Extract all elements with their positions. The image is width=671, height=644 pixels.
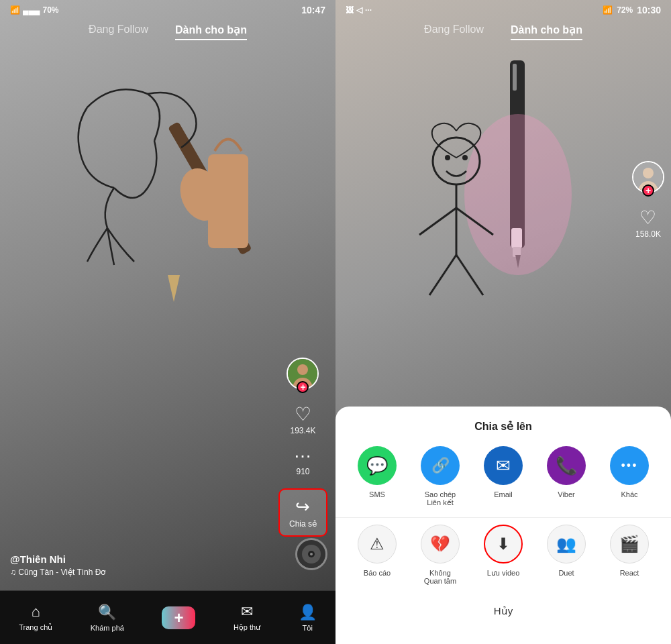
cancel-button[interactable]: Hủy — [336, 598, 671, 624]
heart-icon-left: ♡ — [295, 405, 311, 424]
report-icon: ⚠ — [358, 525, 397, 564]
svg-point-5 — [297, 364, 308, 375]
time-left: 10:47 — [301, 5, 325, 15]
comment-icon-left: ⋯ — [294, 447, 311, 465]
share-duet[interactable]: 👥 Duet — [539, 525, 593, 585]
status-right-info: 📶 72% 10:30 — [603, 5, 661, 15]
comment-action-left[interactable]: ⋯ 910 — [294, 447, 311, 476]
share-viber[interactable]: 📞 Viber — [539, 446, 593, 507]
heart-icon-right: ♡ — [639, 209, 656, 227]
status-left-info: 📶 ▄▄▄ 70% — [10, 5, 59, 15]
right-panel: 🖼 ◁ ··· 📶 72% 10:30 Đang Follow Dành cho… — [336, 0, 671, 644]
home-icon: ⌂ — [32, 603, 40, 621]
svg-line-23 — [456, 255, 483, 295]
share-report[interactable]: ⚠ Báo cáo — [350, 525, 404, 585]
viber-label: Viber — [558, 490, 574, 498]
avatar-wrapper-left: + — [287, 358, 319, 390]
dots-icon-right: ··· — [365, 5, 372, 15]
svg-point-15 — [464, 114, 572, 275]
share-sms[interactable]: 💬 SMS — [350, 446, 404, 507]
nav-profile-label: Tôi — [303, 624, 313, 632]
not-interested-icon: 💔 — [421, 525, 460, 564]
copy-link-icon: 🔗 — [421, 446, 460, 485]
nav-explore[interactable]: 🔍 Khám phá — [91, 604, 124, 632]
sms-icon: 💬 — [358, 446, 397, 485]
tab-following-right[interactable]: Đang Follow — [424, 23, 484, 40]
report-label: Báo cáo — [364, 569, 391, 577]
status-bar-right: 🖼 ◁ ··· 📶 72% 10:30 — [336, 0, 671, 20]
svg-point-17 — [445, 155, 450, 160]
divider — [336, 517, 671, 518]
nav-profile[interactable]: 👤 Tôi — [299, 604, 317, 632]
share-modal: Chia sẻ lên 💬 SMS 🔗 Sao chépLiên kết ✉ E… — [336, 407, 671, 644]
save-video-icon: ⬇ — [484, 525, 523, 564]
bottom-info-left: @Thiên Nhi ♫ Cũng Tàn - Việt Tình Đơ — [10, 553, 105, 577]
viber-icon: 📞 — [547, 446, 586, 485]
svg-marker-1 — [168, 275, 180, 302]
nav-inbox-label: Hộp thư — [234, 623, 260, 632]
svg-rect-11 — [513, 64, 517, 91]
follow-plus-badge-right[interactable]: + — [642, 184, 654, 197]
bottom-nav-left: ⌂ Trang chủ 🔍 Khám phá + ✉ Hộp thư 👤 Tôi — [0, 590, 336, 644]
svg-point-18 — [462, 155, 468, 160]
share-action-left[interactable]: ↪ Chia sẻ — [278, 488, 327, 537]
share-icon-left: ↪ — [295, 496, 310, 517]
share-label-left: Chia sẻ — [289, 519, 317, 529]
email-label: Email — [494, 490, 513, 498]
action-sidebar-right: + ♡ 158.0K — [632, 161, 664, 239]
svg-line-20 — [419, 208, 456, 235]
svg-line-22 — [429, 255, 456, 295]
nav-create[interactable]: + — [162, 606, 195, 629]
nav-tabs-right: Đang Follow Dành cho bạn — [336, 23, 671, 40]
share-icons-row2: ⚠ Báo cáo 💔 KhôngQuan tâm ⬇ Lưu video 👥 … — [336, 525, 671, 585]
share-copy-link[interactable]: 🔗 Sao chépLiên kết — [413, 446, 467, 507]
arrow-icon-right: ◁ — [356, 5, 362, 15]
share-more[interactable]: ••• Khác — [603, 446, 656, 507]
sms-label: SMS — [369, 490, 385, 498]
nav-inbox[interactable]: ✉ Hộp thư — [234, 603, 260, 632]
like-action-left[interactable]: ♡ 193.4K — [290, 405, 315, 435]
search-icon: 🔍 — [98, 604, 116, 621]
create-plus-button[interactable]: + — [162, 606, 195, 629]
music-disc-left — [295, 538, 327, 570]
song-info-left: ♫ Cũng Tàn - Việt Tình Đơ — [10, 568, 105, 577]
copy-link-label: Sao chépLiên kết — [425, 490, 456, 507]
share-email[interactable]: ✉ Email — [476, 446, 530, 507]
more-icon: ••• — [610, 446, 649, 485]
share-react[interactable]: 🎬 React — [603, 525, 656, 585]
more-label: Khác — [621, 490, 637, 498]
username-left: @Thiên Nhi — [10, 553, 105, 565]
share-modal-title: Chia sẻ lên — [336, 420, 671, 433]
tab-for-you-right[interactable]: Dành cho bạn — [511, 23, 582, 40]
share-save-video[interactable]: ⬇ Lưu video — [476, 525, 530, 585]
profile-icon: 👤 — [299, 604, 317, 621]
avatar-wrapper-right: + — [632, 161, 664, 193]
tab-following-left[interactable]: Đang Follow — [89, 23, 148, 40]
action-sidebar-left: + ♡ 193.4K ⋯ 910 ↪ Chia sẻ — [278, 358, 327, 537]
email-icon: ✉ — [484, 446, 523, 485]
like-action-right[interactable]: ♡ 158.0K — [635, 209, 661, 239]
battery-right: 72% — [617, 5, 633, 15]
nav-home-label: Trang chủ — [19, 623, 52, 632]
like-count-right: 158.0K — [635, 229, 661, 239]
nav-tabs-left: Đang Follow Dành cho bạn — [0, 23, 336, 40]
status-icons-right: 🖼 ◁ ··· — [346, 5, 372, 15]
svg-point-25 — [643, 168, 654, 178]
share-not-interested[interactable]: 💔 KhôngQuan tâm — [413, 525, 467, 585]
svg-point-9 — [310, 553, 313, 555]
photo-icon-right: 🖼 — [346, 5, 354, 15]
share-icons-row1: 💬 SMS 🔗 Sao chépLiên kết ✉ Email 📞 Viber… — [336, 446, 671, 507]
tab-for-you-left[interactable]: Dành cho bạn — [175, 23, 247, 40]
wifi-icon: 📶 — [10, 5, 20, 15]
left-panel: 📶 ▄▄▄ 70% 10:47 Đang Follow Dành cho bạn — [0, 0, 336, 644]
react-label: React — [620, 569, 639, 577]
nav-home[interactable]: ⌂ Trang chủ — [19, 603, 52, 632]
react-icon: 🎬 — [610, 525, 649, 564]
not-interested-label: KhôngQuan tâm — [424, 569, 456, 585]
follow-plus-badge-left[interactable]: + — [297, 381, 309, 393]
music-disc-svg — [297, 540, 325, 568]
battery-left: 70% — [43, 5, 59, 15]
nav-explore-label: Khám phá — [91, 624, 124, 632]
signal-icon: ▄▄▄ — [23, 5, 40, 15]
duet-icon: 👥 — [547, 525, 586, 564]
